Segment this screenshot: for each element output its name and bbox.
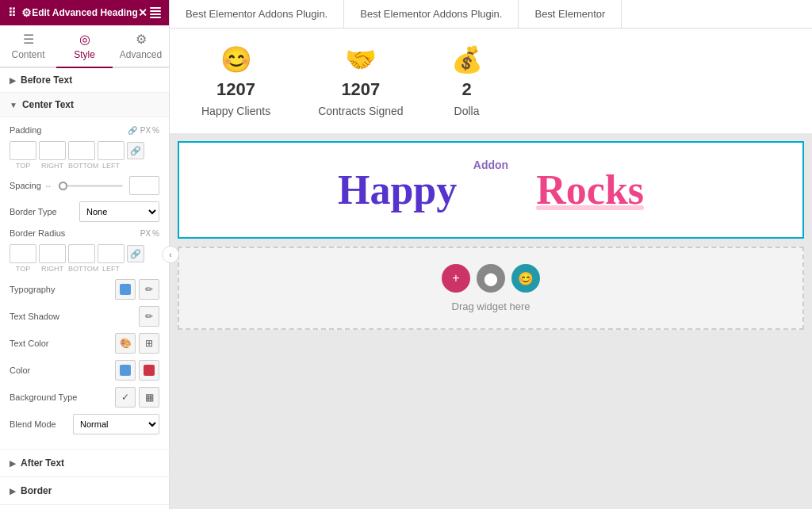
- add-widget-btn[interactable]: +: [442, 264, 470, 293]
- style-tab-label: Style: [74, 49, 95, 60]
- before-text-section[interactable]: ▶ Before Text: [0, 68, 169, 93]
- top-card-2: Best Elementor: [519, 0, 622, 28]
- text-shadow-edit-btn[interactable]: ✏: [139, 306, 159, 327]
- border-radius-inputs: 🔗 TOP RIGHT BOTTOM LEFT: [10, 244, 159, 273]
- text-shadow-row: Text Shadow ✏: [10, 306, 159, 327]
- border-radius-link-btn[interactable]: 🔗: [127, 245, 144, 262]
- spacing-slider[interactable]: [59, 185, 123, 187]
- top-card-0-text: Best Elementor Addons Plugin.: [186, 8, 327, 20]
- advanced-tab-icon: ⚙: [136, 32, 147, 47]
- contracts-label: Contracts Signed: [318, 105, 403, 117]
- menu-icon[interactable]: [150, 7, 161, 18]
- stat-item-1: 🤝 1207 Contracts Signed: [318, 44, 403, 117]
- center-text-content: Padding 🔗 PX % 🔗 TOP RIGHT: [0, 117, 169, 450]
- color-picker-btn[interactable]: [115, 360, 136, 381]
- tab-advanced[interactable]: ⚙ Advanced: [113, 25, 169, 67]
- advanced-tab-label: Advanced: [120, 49, 162, 60]
- drag-icons-group: + ⬤ 😊: [442, 264, 540, 293]
- padding-left[interactable]: [98, 141, 124, 160]
- panel-title: Edit Advanced Heading: [32, 7, 138, 18]
- drag-label: Drag widget here: [452, 300, 530, 312]
- border-radius-unit-px[interactable]: PX: [140, 229, 151, 238]
- typography-label: Typography: [10, 285, 115, 294]
- background-type-label: Background Type: [10, 392, 115, 402]
- smiley-widget-btn[interactable]: 😊: [511, 264, 540, 293]
- br-label-top: TOP: [10, 265, 36, 273]
- padding-label-left: LEFT: [98, 162, 124, 170]
- happy-text: Happy: [338, 166, 457, 213]
- border-radius-bottom[interactable]: [68, 244, 95, 263]
- color-label: Color: [10, 365, 115, 375]
- text-color-row: Text Color 🎨 ⊞: [10, 333, 159, 354]
- tab-content[interactable]: ☰ Content: [0, 25, 56, 67]
- padding-unit-px[interactable]: PX: [140, 126, 151, 135]
- panel-collapse-btn[interactable]: ‹: [162, 246, 179, 263]
- border-radius-unit-pct[interactable]: %: [152, 229, 159, 238]
- after-text-section[interactable]: ▶ After Text: [0, 450, 169, 477]
- border-label: Border: [21, 485, 52, 496]
- contracts-number: 1207: [341, 79, 380, 100]
- center-text-section[interactable]: ▼ Center Text: [0, 93, 169, 117]
- padding-label-top: TOP: [10, 162, 36, 170]
- text-color-grid-btn[interactable]: ⊞: [139, 333, 159, 354]
- padding-label-right: RIGHT: [39, 162, 66, 170]
- padding-link-btn[interactable]: 🔗: [127, 142, 144, 159]
- blend-mode-select[interactable]: Normal Multiply Screen Overlay: [73, 414, 159, 434]
- happy-clients-number: 1207: [216, 79, 255, 100]
- padding-unit-pct[interactable]: %: [152, 126, 159, 135]
- bg-type-grid-btn[interactable]: ▦: [139, 387, 159, 408]
- widget-icon-btn[interactable]: ⬤: [477, 264, 505, 293]
- color-red-swatch: [144, 365, 155, 376]
- featured-heading-area[interactable]: Addon Happy Rocks: [178, 141, 804, 239]
- spacing-input[interactable]: [129, 176, 159, 195]
- after-text-label: After Text: [21, 457, 64, 469]
- typography-edit-btn[interactable]: ✏: [139, 279, 159, 300]
- typography-color-swatch: [120, 284, 131, 295]
- top-card-1: Best Elementor Addons Plugin.: [344, 0, 519, 28]
- typography-row: Typography ✏: [10, 279, 159, 300]
- top-cards: Best Elementor Addons Plugin. Best Eleme…: [170, 0, 812, 29]
- border-radius-left[interactable]: [98, 244, 124, 263]
- br-label-bottom: BOTTOM: [68, 265, 95, 273]
- padding-right[interactable]: [39, 141, 66, 160]
- settings-icon[interactable]: ⚙: [21, 6, 32, 19]
- padding-top[interactable]: [10, 141, 36, 160]
- drag-handle-icon[interactable]: ⠿: [8, 6, 16, 19]
- br-label-right: RIGHT: [39, 265, 66, 273]
- padding-bottom[interactable]: [68, 141, 95, 160]
- center-text-label: Center Text: [22, 99, 74, 110]
- stats-section: 😊 1207 Happy Clients 🤝 1207 Contracts Si…: [170, 29, 812, 133]
- text-color-label: Text Color: [10, 339, 115, 348]
- background-text-section[interactable]: ▶ Background Text: [0, 505, 169, 509]
- padding-inputs: 🔗 TOP RIGHT BOTTOM LEFT: [10, 141, 159, 170]
- text-color-icon: 🎨: [120, 338, 132, 349]
- border-type-select[interactable]: None Solid Dashed Dotted: [79, 201, 159, 222]
- bg-type-check-btn[interactable]: ✓: [115, 387, 136, 408]
- panel-body: ▶ Before Text ▼ Center Text Padding 🔗 PX…: [0, 68, 169, 509]
- color-red-btn[interactable]: [139, 360, 159, 381]
- center-text-arrow: ▼: [10, 101, 17, 109]
- tab-style[interactable]: ◎ Style: [56, 25, 113, 68]
- border-section[interactable]: ▶ Border: [0, 477, 169, 505]
- text-color-picker-btn[interactable]: 🎨: [115, 333, 136, 354]
- close-icon[interactable]: ✕: [138, 6, 147, 19]
- before-text-label: Before Text: [21, 75, 72, 86]
- dollar-number: 2: [462, 79, 471, 100]
- spacing-label: Spacing: [10, 181, 41, 190]
- color-row: Color: [10, 360, 159, 381]
- blend-mode-label: Blend Mode: [10, 419, 73, 429]
- top-card-0: Best Elementor Addons Plugin.: [170, 0, 344, 28]
- padding-icon[interactable]: 🔗: [128, 126, 137, 135]
- border-radius-label: Border Radius: [10, 228, 73, 238]
- dollar-label: Dolla: [454, 105, 480, 117]
- before-text-arrow: ▶: [10, 76, 16, 85]
- border-radius-top[interactable]: [10, 244, 36, 263]
- padding-label-bottom: BOTTOM: [68, 162, 95, 170]
- dollar-icon: 💰: [451, 44, 483, 75]
- background-type-row: Background Type ✓ ▦: [10, 387, 159, 408]
- border-radius-right[interactable]: [39, 244, 66, 263]
- content-tab-label: Content: [11, 49, 44, 60]
- addon-label: Addon: [473, 159, 508, 171]
- typography-color-btn[interactable]: [115, 279, 136, 300]
- border-type-row: Border Type None Solid Dashed Dotted: [10, 201, 159, 222]
